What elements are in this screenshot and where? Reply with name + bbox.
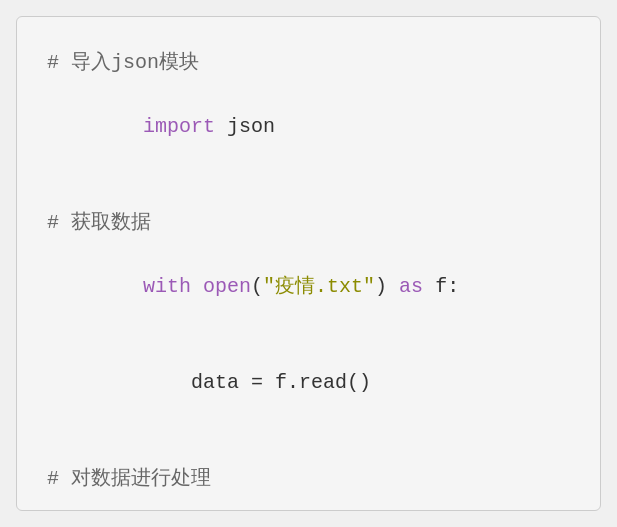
section-import: # 导入json模块 import json <box>47 47 570 175</box>
comment-process: # 对数据进行处理 <box>47 463 570 495</box>
keyword-import: import <box>143 115 215 138</box>
keyword-as: as <box>399 275 423 298</box>
string-filename: "疫情.txt" <box>263 275 375 298</box>
plain-paren1: ( <box>251 275 263 298</box>
code-container: # 导入json模块 import json # 获取数据 with open(… <box>16 16 601 511</box>
line-json-loads: data = json.loads(data) <box>47 495 570 527</box>
line-data-read: data = f.read() <box>47 335 570 431</box>
line-with: with open("疫情.txt") as f: <box>47 239 570 335</box>
comment-read: # 获取数据 <box>47 207 570 239</box>
plain-paren2: ) <box>375 275 399 298</box>
keyword-with: with <box>143 275 191 298</box>
line-import: import json <box>47 79 570 175</box>
plain-f-colon: f: <box>423 275 459 298</box>
comment-import: # 导入json模块 <box>47 47 570 79</box>
section-process: # 对数据进行处理 data = json.loads(data) <box>47 463 570 527</box>
plain-space1 <box>191 275 203 298</box>
plain-data-read: data = f.read() <box>191 371 371 394</box>
plain-json: json <box>215 115 275 138</box>
code-block: # 导入json模块 import json # 获取数据 with open(… <box>47 47 570 527</box>
section-read: # 获取数据 with open("疫情.txt") as f: data = … <box>47 207 570 431</box>
builtin-open: open <box>203 275 251 298</box>
